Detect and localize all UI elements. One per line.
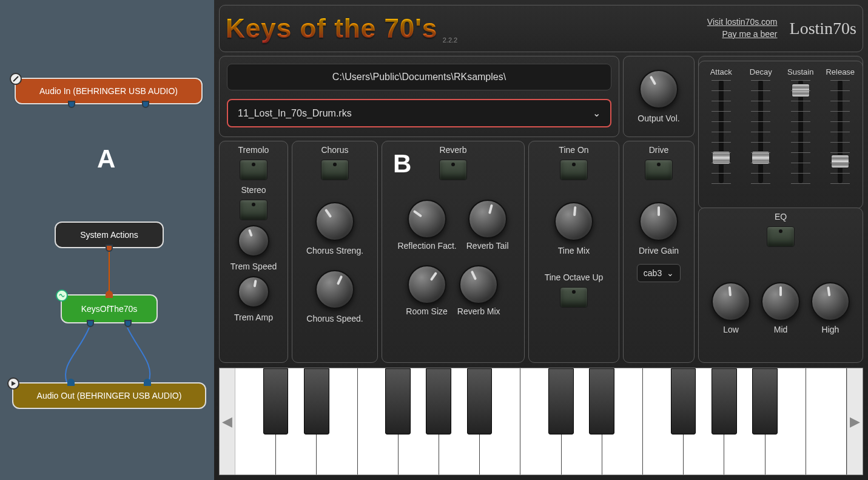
chorus-strength-knob[interactable] [315,202,354,241]
audio-in-badge-icon [10,73,22,85]
reverb-room-knob[interactable] [408,265,446,304]
drive-toggle[interactable] [645,160,673,180]
chevron-down-icon: ⌄ [593,107,601,119]
routing-graph-panel: Audio In (BEHRINGER USB AUDIO) A System … [0,0,214,480]
plugin-node-badge-icon [56,289,68,302]
eq-low-knob[interactable] [712,282,750,321]
black-key[interactable] [712,368,737,434]
tremolo-stereo-label: Stereo [241,185,266,195]
reverb-tail-label: Reverb Tail [466,241,509,251]
plugin-node-label: KeysOfThe70s [81,304,138,314]
piano-keys[interactable]: C2 C3 C4 [235,368,847,475]
eq-high-label: High [822,325,839,334]
tine-section: Tine On Tine Mix Tine Octave Up [528,141,619,363]
black-key[interactable] [671,368,696,434]
drive-gain-knob[interactable] [639,202,678,241]
reverb-toggle[interactable] [439,160,467,180]
drive-cab-select[interactable]: cab3 ⌄ [637,264,681,282]
decay-slider[interactable] [758,80,763,183]
eq-toggle[interactable] [767,226,795,247]
reverb-label: Reverb [439,145,466,155]
output-volume-knob[interactable] [639,70,678,109]
visit-site-link[interactable]: Visit lostin70s.com [707,16,778,29]
tremolo-label: Tremolo [238,145,269,155]
sustain-label: Sustain [787,67,813,76]
preset-dropdown-value: 11_Lost_In_70s_Drum.rks [238,108,352,119]
chevron-down-icon: ⌄ [667,268,674,278]
black-key[interactable] [385,368,411,434]
virtual-keyboard: ◀ C2 C3 C4 ▶ [219,368,863,475]
eq-mid-label: Mid [774,325,788,334]
black-key[interactable] [589,368,614,434]
eq-label: EQ [775,212,787,221]
decay-label: Decay [750,67,772,76]
chorus-strength-label: Chorus Streng. [306,246,363,255]
pay-beer-link[interactable]: Pay me a beer [707,29,778,41]
eq-low-label: Low [723,325,739,334]
tremolo-amp-knob[interactable] [238,276,269,308]
chorus-toggle[interactable] [321,160,349,180]
audio-in-node[interactable]: Audio In (BEHRINGER USB AUDIO) [15,78,203,104]
chorus-speed-knob[interactable] [315,270,354,309]
reverb-tail-knob[interactable] [468,200,507,238]
tremolo-section: Tremolo Stereo Trem Speed Trem Amp [219,141,288,363]
reverb-reflection-knob[interactable] [408,200,446,238]
black-key[interactable] [752,368,778,434]
release-label: Release [826,67,855,76]
plugin-panel: Keys of the 70's 2.2.2 Visit lostin70s.c… [214,0,868,480]
chorus-speed-label: Chorus Speed. [306,314,363,323]
chorus-label: Chorus [321,145,348,155]
plugin-version: 2.2.2 [443,36,457,44]
tremolo-speed-label: Trem Speed [230,262,277,271]
reverb-mix-knob[interactable] [459,265,498,304]
release-slider[interactable] [838,80,843,183]
attack-slider[interactable] [719,80,724,183]
keyboard-octave-up-button[interactable]: ▶ [847,368,863,475]
adsr-panel: Attack Decay Sustain Release [698,61,863,209]
drive-label: Drive [649,145,669,155]
black-key[interactable] [426,368,451,434]
system-actions-label: System Actions [80,230,138,240]
tine-mix-knob[interactable] [554,202,593,241]
audio-in-label: Audio In (BEHRINGER USB AUDIO) [39,86,178,96]
annotation-letter-b: B [393,149,411,178]
tine-octave-label: Tine Octave Up [545,272,604,282]
sample-path-display[interactable]: C:\Users\Public\Documents\RKsamples\ [227,64,611,90]
tremolo-stereo-toggle[interactable] [240,200,267,220]
chorus-section: Chorus Chorus Streng. Chorus Speed. [292,141,378,363]
black-key[interactable] [263,368,289,434]
sustain-slider[interactable] [798,80,803,183]
svg-line-0 [13,76,18,81]
tine-on-toggle[interactable] [560,160,588,180]
svg-marker-1 [12,381,16,386]
tine-octave-toggle[interactable] [560,287,588,308]
keyboard-octave-down-button[interactable]: ◀ [220,368,235,475]
eq-mid-knob[interactable] [761,282,800,321]
tine-mix-label: Tine Mix [558,246,590,255]
drive-section: Drive Drive Gain cab3 ⌄ [623,141,695,363]
output-volume-label: Output Vol. [638,113,679,123]
black-key[interactable] [548,368,574,434]
audio-out-badge-icon [7,377,19,390]
white-key[interactable] [806,368,847,475]
tine-on-label: Tine On [559,145,588,155]
tremolo-amp-label: Trem Amp [234,313,273,322]
plugin-node[interactable]: KeysOfThe70s [61,294,158,323]
system-actions-node[interactable]: System Actions [55,221,164,248]
annotation-letter-a: A [97,144,115,174]
black-key[interactable] [467,368,493,434]
tremolo-speed-knob[interactable] [238,225,269,257]
tremolo-toggle[interactable] [240,160,267,180]
audio-out-label: Audio Out (BEHRINGER USB AUDIO) [37,391,182,401]
black-key[interactable] [304,368,329,434]
brand-logo-text: Lostin70s [790,19,856,38]
output-volume-section: Output Vol. [623,56,695,137]
audio-out-node[interactable]: Audio Out (BEHRINGER USB AUDIO) [12,382,206,409]
drive-cab-value: cab3 [644,268,662,278]
reverb-room-label: Room Size [406,306,447,316]
plugin-title: Keys of the 70's [226,13,437,44]
eq-high-knob[interactable] [811,282,850,321]
preset-dropdown[interactable]: 11_Lost_In_70s_Drum.rks ⌄ [227,99,611,127]
reverb-mix-label: Reverb Mix [457,306,500,316]
plugin-header: Keys of the 70's 2.2.2 Visit lostin70s.c… [219,5,863,52]
